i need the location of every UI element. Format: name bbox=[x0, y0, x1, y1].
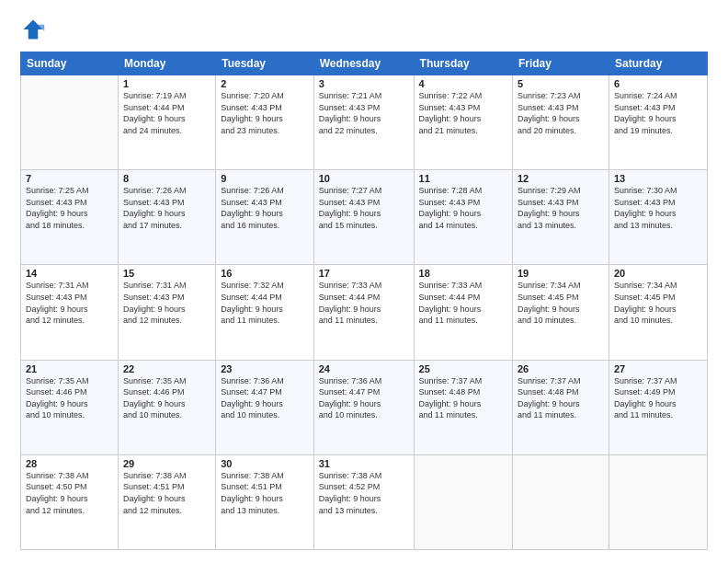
day-number: 10 bbox=[319, 173, 409, 184]
day-info: Sunrise: 7:26 AMSunset: 4:43 PMDaylight:… bbox=[123, 185, 210, 231]
day-info: Sunrise: 7:37 AMSunset: 4:48 PMDaylight:… bbox=[419, 375, 507, 421]
day-cell: 16Sunrise: 7:32 AMSunset: 4:44 PMDayligh… bbox=[216, 265, 314, 360]
day-cell bbox=[414, 454, 512, 549]
day-number: 30 bbox=[221, 458, 309, 469]
weekday-header-saturday: Saturday bbox=[609, 52, 707, 75]
day-number: 4 bbox=[419, 78, 507, 89]
day-cell: 13Sunrise: 7:30 AMSunset: 4:43 PMDayligh… bbox=[609, 170, 707, 265]
day-cell: 24Sunrise: 7:36 AMSunset: 4:47 PMDayligh… bbox=[313, 360, 414, 454]
weekday-header-tuesday: Tuesday bbox=[216, 52, 314, 75]
day-number: 1 bbox=[123, 78, 210, 89]
day-number: 14 bbox=[26, 268, 113, 279]
calendar-table: SundayMondayTuesdayWednesdayThursdayFrid… bbox=[20, 52, 708, 550]
day-info: Sunrise: 7:35 AMSunset: 4:46 PMDaylight:… bbox=[26, 375, 113, 421]
week-row-5: 28Sunrise: 7:38 AMSunset: 4:50 PMDayligh… bbox=[21, 454, 708, 549]
day-info: Sunrise: 7:26 AMSunset: 4:43 PMDaylight:… bbox=[221, 185, 309, 231]
day-number: 17 bbox=[319, 268, 409, 279]
day-cell: 3Sunrise: 7:21 AMSunset: 4:43 PMDaylight… bbox=[313, 75, 414, 170]
weekday-header-monday: Monday bbox=[118, 52, 215, 75]
day-cell: 5Sunrise: 7:23 AMSunset: 4:43 PMDaylight… bbox=[512, 75, 609, 170]
day-info: Sunrise: 7:35 AMSunset: 4:46 PMDaylight:… bbox=[123, 375, 210, 421]
day-info: Sunrise: 7:32 AMSunset: 4:44 PMDaylight:… bbox=[221, 280, 309, 326]
day-cell: 20Sunrise: 7:34 AMSunset: 4:45 PMDayligh… bbox=[609, 265, 707, 360]
day-number: 15 bbox=[123, 268, 210, 279]
day-number: 9 bbox=[221, 173, 309, 184]
day-info: Sunrise: 7:37 AMSunset: 4:48 PMDaylight:… bbox=[518, 375, 604, 421]
day-info: Sunrise: 7:21 AMSunset: 4:43 PMDaylight:… bbox=[319, 90, 409, 136]
day-cell: 9Sunrise: 7:26 AMSunset: 4:43 PMDaylight… bbox=[216, 170, 314, 265]
day-info: Sunrise: 7:33 AMSunset: 4:44 PMDaylight:… bbox=[419, 280, 507, 326]
day-number: 31 bbox=[319, 458, 409, 469]
day-cell: 18Sunrise: 7:33 AMSunset: 4:44 PMDayligh… bbox=[414, 265, 512, 360]
day-number: 8 bbox=[123, 173, 210, 184]
day-info: Sunrise: 7:33 AMSunset: 4:44 PMDaylight:… bbox=[319, 280, 409, 326]
day-number: 2 bbox=[221, 78, 309, 89]
day-number: 12 bbox=[518, 173, 604, 184]
day-info: Sunrise: 7:38 AMSunset: 4:52 PMDaylight:… bbox=[319, 470, 409, 516]
day-info: Sunrise: 7:23 AMSunset: 4:43 PMDaylight:… bbox=[518, 90, 604, 136]
week-row-3: 14Sunrise: 7:31 AMSunset: 4:43 PMDayligh… bbox=[21, 265, 708, 360]
day-cell: 26Sunrise: 7:37 AMSunset: 4:48 PMDayligh… bbox=[512, 360, 609, 454]
day-info: Sunrise: 7:37 AMSunset: 4:49 PMDaylight:… bbox=[614, 375, 702, 421]
day-cell: 17Sunrise: 7:33 AMSunset: 4:44 PMDayligh… bbox=[313, 265, 414, 360]
day-number: 27 bbox=[614, 363, 702, 374]
day-cell: 31Sunrise: 7:38 AMSunset: 4:52 PMDayligh… bbox=[313, 454, 414, 549]
week-row-4: 21Sunrise: 7:35 AMSunset: 4:46 PMDayligh… bbox=[21, 360, 708, 454]
day-info: Sunrise: 7:36 AMSunset: 4:47 PMDaylight:… bbox=[319, 375, 409, 421]
day-cell: 10Sunrise: 7:27 AMSunset: 4:43 PMDayligh… bbox=[313, 170, 414, 265]
day-number: 11 bbox=[419, 173, 507, 184]
day-info: Sunrise: 7:19 AMSunset: 4:44 PMDaylight:… bbox=[123, 90, 210, 136]
day-cell: 7Sunrise: 7:25 AMSunset: 4:43 PMDaylight… bbox=[21, 170, 119, 265]
day-info: Sunrise: 7:27 AMSunset: 4:43 PMDaylight:… bbox=[319, 185, 409, 231]
week-row-2: 7Sunrise: 7:25 AMSunset: 4:43 PMDaylight… bbox=[21, 170, 708, 265]
day-cell: 8Sunrise: 7:26 AMSunset: 4:43 PMDaylight… bbox=[118, 170, 215, 265]
day-cell: 30Sunrise: 7:38 AMSunset: 4:51 PMDayligh… bbox=[216, 454, 314, 549]
logo bbox=[20, 17, 50, 42]
day-cell: 15Sunrise: 7:31 AMSunset: 4:43 PMDayligh… bbox=[118, 265, 215, 360]
day-cell bbox=[512, 454, 609, 549]
day-info: Sunrise: 7:28 AMSunset: 4:43 PMDaylight:… bbox=[419, 185, 507, 231]
day-number: 3 bbox=[319, 78, 409, 89]
day-info: Sunrise: 7:38 AMSunset: 4:50 PMDaylight:… bbox=[26, 470, 113, 516]
day-info: Sunrise: 7:24 AMSunset: 4:43 PMDaylight:… bbox=[614, 90, 702, 136]
weekday-header-sunday: Sunday bbox=[21, 52, 119, 75]
day-info: Sunrise: 7:38 AMSunset: 4:51 PMDaylight:… bbox=[123, 470, 210, 516]
day-cell: 23Sunrise: 7:36 AMSunset: 4:47 PMDayligh… bbox=[216, 360, 314, 454]
day-info: Sunrise: 7:30 AMSunset: 4:43 PMDaylight:… bbox=[614, 185, 702, 231]
day-cell: 25Sunrise: 7:37 AMSunset: 4:48 PMDayligh… bbox=[414, 360, 512, 454]
day-number: 13 bbox=[614, 173, 702, 184]
day-cell: 28Sunrise: 7:38 AMSunset: 4:50 PMDayligh… bbox=[21, 454, 119, 549]
day-number: 29 bbox=[123, 458, 210, 469]
day-cell: 6Sunrise: 7:24 AMSunset: 4:43 PMDaylight… bbox=[609, 75, 707, 170]
day-cell: 19Sunrise: 7:34 AMSunset: 4:45 PMDayligh… bbox=[512, 265, 609, 360]
day-cell bbox=[609, 454, 707, 549]
day-info: Sunrise: 7:25 AMSunset: 4:43 PMDaylight:… bbox=[26, 185, 113, 231]
day-cell: 4Sunrise: 7:22 AMSunset: 4:43 PMDaylight… bbox=[414, 75, 512, 170]
day-number: 25 bbox=[419, 363, 507, 374]
page: SundayMondayTuesdayWednesdayThursdayFrid… bbox=[0, 0, 728, 563]
day-info: Sunrise: 7:34 AMSunset: 4:45 PMDaylight:… bbox=[614, 280, 702, 326]
day-info: Sunrise: 7:38 AMSunset: 4:51 PMDaylight:… bbox=[221, 470, 309, 516]
day-cell: 2Sunrise: 7:20 AMSunset: 4:43 PMDaylight… bbox=[216, 75, 314, 170]
weekday-header-row: SundayMondayTuesdayWednesdayThursdayFrid… bbox=[21, 52, 708, 75]
day-cell: 11Sunrise: 7:28 AMSunset: 4:43 PMDayligh… bbox=[414, 170, 512, 265]
week-row-1: 1Sunrise: 7:19 AMSunset: 4:44 PMDaylight… bbox=[21, 75, 708, 170]
day-number: 24 bbox=[319, 363, 409, 374]
day-number: 19 bbox=[518, 268, 604, 279]
weekday-header-friday: Friday bbox=[512, 52, 609, 75]
day-number: 6 bbox=[614, 78, 702, 89]
day-number: 22 bbox=[123, 363, 210, 374]
day-cell: 29Sunrise: 7:38 AMSunset: 4:51 PMDayligh… bbox=[118, 454, 215, 549]
day-cell: 1Sunrise: 7:19 AMSunset: 4:44 PMDaylight… bbox=[118, 75, 215, 170]
svg-marker-0 bbox=[24, 20, 43, 40]
header bbox=[20, 17, 708, 42]
day-info: Sunrise: 7:20 AMSunset: 4:43 PMDaylight:… bbox=[221, 90, 309, 136]
day-cell: 27Sunrise: 7:37 AMSunset: 4:49 PMDayligh… bbox=[609, 360, 707, 454]
day-info: Sunrise: 7:34 AMSunset: 4:45 PMDaylight:… bbox=[518, 280, 604, 326]
day-cell: 14Sunrise: 7:31 AMSunset: 4:43 PMDayligh… bbox=[21, 265, 119, 360]
day-number: 7 bbox=[26, 173, 113, 184]
day-info: Sunrise: 7:36 AMSunset: 4:47 PMDaylight:… bbox=[221, 375, 309, 421]
logo-icon bbox=[20, 17, 46, 42]
day-number: 23 bbox=[221, 363, 309, 374]
day-info: Sunrise: 7:31 AMSunset: 4:43 PMDaylight:… bbox=[26, 280, 113, 326]
